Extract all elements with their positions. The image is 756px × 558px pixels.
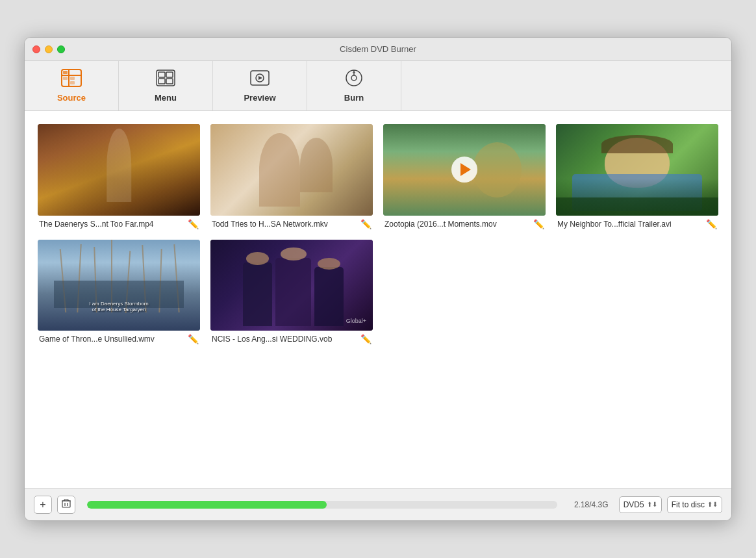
edit-icon-6[interactable]: ✏️ bbox=[360, 334, 372, 344]
title-bar: Cisdem DVD Burner bbox=[25, 38, 731, 61]
dvd-dropdown-arrow: ⬆⬇ bbox=[647, 501, 657, 508]
svg-rect-4 bbox=[70, 77, 75, 80]
svg-rect-9 bbox=[166, 72, 173, 77]
source-label: Source bbox=[57, 93, 86, 103]
subtitle-text-5: I am Daenerys Stormbornof the House Targ… bbox=[89, 301, 149, 312]
main-window: Cisdem DVD Burner Source bbox=[24, 37, 732, 521]
size-display: 2.18/4.3G bbox=[574, 500, 609, 509]
file-info-5: Game of Thron...e Unsullied.wmv ✏️ bbox=[38, 331, 200, 344]
svg-point-16 bbox=[351, 75, 357, 81]
preview-label: Preview bbox=[244, 93, 275, 103]
svg-rect-8 bbox=[158, 72, 165, 77]
close-button[interactable] bbox=[32, 45, 40, 53]
thumbnail-inner-4 bbox=[556, 124, 718, 216]
tab-menu[interactable]: Menu bbox=[119, 61, 213, 110]
thumbnail-2[interactable] bbox=[210, 124, 373, 216]
bottom-bar: + 2.18/4.3G DVD5 ⬆⬇ Fi bbox=[25, 488, 731, 520]
filename-3: Zootopia (2016...t Moments.mov bbox=[384, 220, 531, 229]
svg-marker-14 bbox=[258, 76, 262, 80]
svg-rect-5 bbox=[63, 77, 68, 80]
svg-rect-10 bbox=[158, 79, 165, 84]
progress-fill bbox=[87, 501, 327, 509]
thumbnail-inner-6: Global+ bbox=[210, 240, 373, 331]
filename-4: My Neighbor To...fficial Trailer.avi bbox=[557, 220, 703, 229]
burn-icon bbox=[344, 69, 364, 90]
list-item: I am Daenerys Stormbornof the House Targ… bbox=[38, 240, 200, 345]
content-area: The Daenerys S...nt Too Far.mp4 ✏️ Todd … bbox=[25, 111, 731, 488]
list-item: Global+ NCIS - Los Ang...si WEDDING.vob … bbox=[210, 240, 373, 345]
list-item: My Neighbor To...fficial Trailer.avi ✏️ bbox=[556, 124, 718, 229]
thumbnail-1[interactable] bbox=[38, 124, 200, 216]
traffic-lights bbox=[32, 45, 65, 53]
thumbnail-6[interactable]: Global+ bbox=[210, 240, 373, 331]
fit-dropdown-arrow: ⬆⬇ bbox=[707, 501, 718, 508]
burn-label: Burn bbox=[344, 93, 364, 103]
play-triangle-icon bbox=[460, 163, 471, 176]
menu-label: Menu bbox=[155, 93, 177, 103]
file-info-3: Zootopia (2016...t Moments.mov ✏️ bbox=[383, 216, 546, 229]
delete-icon bbox=[62, 499, 71, 511]
svg-rect-6 bbox=[70, 81, 75, 84]
file-info-4: My Neighbor To...fficial Trailer.avi ✏️ bbox=[556, 216, 718, 229]
tab-burn[interactable]: Burn bbox=[307, 61, 401, 110]
edit-icon-5[interactable]: ✏️ bbox=[188, 334, 199, 344]
thumbnail-inner-2 bbox=[210, 124, 373, 216]
file-info-1: The Daenerys S...nt Too Far.mp4 ✏️ bbox=[38, 216, 200, 229]
edit-icon-1[interactable]: ✏️ bbox=[188, 219, 199, 229]
filename-5: Game of Thron...e Unsullied.wmv bbox=[39, 335, 185, 344]
thumbnail-5[interactable]: I am Daenerys Stormbornof the House Targ… bbox=[38, 240, 200, 331]
file-info-2: Todd Tries to H...SA Network.mkv ✏️ bbox=[210, 216, 373, 229]
add-button[interactable]: + bbox=[34, 496, 52, 514]
window-title: Cisdem DVD Burner bbox=[340, 44, 416, 54]
toolbar: Source Menu bbox=[25, 61, 731, 111]
add-icon: + bbox=[40, 499, 45, 511]
thumbnail-inner-3 bbox=[383, 124, 546, 216]
source-icon bbox=[61, 69, 82, 90]
fit-mode-dropdown[interactable]: Fit to disc ⬆⬇ bbox=[667, 496, 722, 513]
menu-icon bbox=[155, 69, 176, 90]
thumbnail-4[interactable] bbox=[556, 124, 718, 216]
svg-rect-11 bbox=[166, 79, 173, 84]
delete-button[interactable] bbox=[57, 496, 75, 514]
edit-icon-2[interactable]: ✏️ bbox=[360, 219, 372, 229]
thumbnail-3[interactable] bbox=[383, 124, 546, 216]
edit-icon-3[interactable]: ✏️ bbox=[533, 219, 544, 229]
svg-rect-18 bbox=[62, 501, 70, 507]
thumbnail-inner-1 bbox=[38, 124, 200, 216]
dvd-type-dropdown[interactable]: DVD5 ⬆⬇ bbox=[619, 496, 662, 513]
filename-6: NCIS - Los Ang...si WEDDING.vob bbox=[212, 335, 358, 344]
dvd-type-label: DVD5 bbox=[624, 500, 644, 509]
file-info-6: NCIS - Los Ang...si WEDDING.vob ✏️ bbox=[210, 331, 373, 344]
edit-icon-4[interactable]: ✏️ bbox=[706, 219, 717, 229]
media-grid: The Daenerys S...nt Too Far.mp4 ✏️ Todd … bbox=[38, 124, 718, 344]
fit-mode-label: Fit to disc bbox=[672, 500, 705, 509]
minimize-button[interactable] bbox=[45, 45, 53, 53]
toolbar-spacer bbox=[401, 61, 731, 110]
filename-2: Todd Tries to H...SA Network.mkv bbox=[212, 220, 358, 229]
thumbnail-inner-5: I am Daenerys Stormbornof the House Targ… bbox=[38, 240, 200, 331]
progress-bar bbox=[87, 501, 557, 509]
filename-1: The Daenerys S...nt Too Far.mp4 bbox=[39, 220, 185, 229]
tab-preview[interactable]: Preview bbox=[213, 61, 307, 110]
list-item: The Daenerys S...nt Too Far.mp4 ✏️ bbox=[38, 124, 200, 229]
maximize-button[interactable] bbox=[57, 45, 65, 53]
global-logo: Global+ bbox=[346, 318, 366, 324]
tab-source[interactable]: Source bbox=[25, 61, 119, 110]
list-item: Zootopia (2016...t Moments.mov ✏️ bbox=[383, 124, 546, 229]
preview-icon bbox=[249, 69, 270, 90]
list-item: Todd Tries to H...SA Network.mkv ✏️ bbox=[210, 124, 373, 229]
svg-rect-3 bbox=[63, 71, 68, 74]
